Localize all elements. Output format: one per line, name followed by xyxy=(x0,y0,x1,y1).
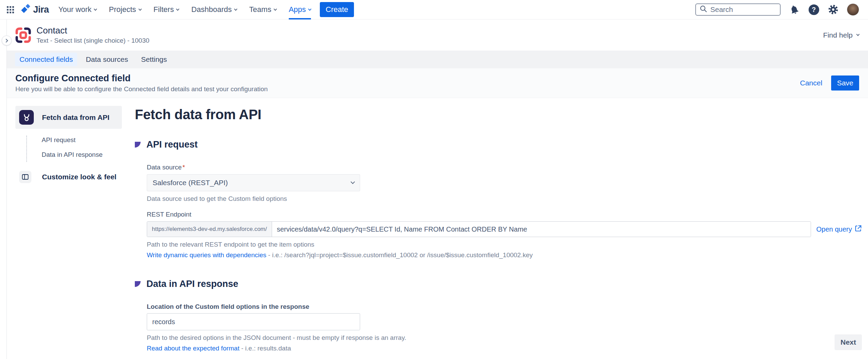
expected-format-link[interactable]: Read about the expected format xyxy=(147,345,239,352)
step-customize-label: Customize look & feel xyxy=(42,173,116,181)
expected-format-example: - i.e.: results.data xyxy=(239,345,291,352)
options-location-help: Path to the desired options in the JSON … xyxy=(147,334,862,342)
nav-item-apps[interactable]: Apps xyxy=(289,0,311,19)
layout-panel-icon xyxy=(19,171,31,183)
step-fetch-data[interactable]: Fetch data from API xyxy=(15,106,122,129)
chevron-down-icon xyxy=(138,7,142,11)
open-query-link[interactable]: Open query xyxy=(816,225,862,234)
tab-bar: Connected fields Data sources Settings xyxy=(7,51,868,68)
substep-api-request[interactable]: API request xyxy=(42,136,122,144)
page-title: Fetch data from API xyxy=(135,107,862,122)
substep-data-in-response[interactable]: Data in API response xyxy=(42,151,122,158)
chevron-down-icon xyxy=(94,7,97,11)
step-customize[interactable]: Customize look & feel xyxy=(15,171,122,183)
nav-item-dashboards[interactable]: Dashboards xyxy=(191,0,237,19)
tab-data-sources[interactable]: Data sources xyxy=(81,53,132,66)
options-location-input[interactable] xyxy=(147,314,360,330)
rest-endpoint-label: REST Endpoint xyxy=(147,211,862,218)
primary-nav: Your work Projects Filters Dashboards Te… xyxy=(58,0,311,19)
options-location-label: Location of the Custom field options in … xyxy=(147,303,862,310)
nav-item-projects[interactable]: Projects xyxy=(109,0,141,19)
nav-right-cluster: ? xyxy=(695,3,859,16)
section-api-response-title: Data in API response xyxy=(146,279,238,289)
field-header: Contact Text - Select list (single choic… xyxy=(7,19,868,51)
section-api-request: API request xyxy=(135,139,862,150)
required-asterisk: * xyxy=(182,164,185,171)
configure-description: Here you will be able to configure the C… xyxy=(15,85,268,93)
section-api-request-title: API request xyxy=(146,139,198,150)
next-button[interactable]: Next xyxy=(835,334,862,350)
app-switcher-icon[interactable] xyxy=(7,6,14,13)
dynamic-queries-link[interactable]: Write dynamic queries with dependencies xyxy=(147,251,266,259)
help-icon[interactable]: ? xyxy=(808,4,820,15)
search-input[interactable] xyxy=(710,5,777,14)
notifications-bell-icon[interactable] xyxy=(788,4,800,15)
tab-settings[interactable]: Settings xyxy=(137,53,171,66)
dynamic-queries-example: - i.e.: /search?jql=project=$issue.custo… xyxy=(266,251,533,259)
user-avatar[interactable] xyxy=(847,3,859,16)
chevron-down-icon xyxy=(308,7,312,11)
step-fetch-label: Fetch data from API xyxy=(42,113,110,122)
chevron-right-icon xyxy=(4,39,8,42)
section-bullet-icon xyxy=(135,142,141,148)
field-subtitle: Text - Select list (single choice) - 100… xyxy=(37,37,150,44)
data-source-selected-value: Salesforce (REST_API) xyxy=(153,179,228,187)
expand-sidebar-button[interactable] xyxy=(2,36,12,45)
rest-endpoint-help: Path to the relevant REST endpoint to ge… xyxy=(147,241,862,248)
fetch-api-icon xyxy=(19,110,34,125)
external-link-icon xyxy=(855,225,862,234)
main-panel: Fetch data from API API request Data sou… xyxy=(135,98,862,352)
save-button[interactable]: Save xyxy=(831,75,859,91)
data-source-label: Data source* xyxy=(147,164,862,171)
nav-item-teams[interactable]: Teams xyxy=(249,0,276,19)
chevron-down-icon xyxy=(856,33,860,36)
nav-item-filters[interactable]: Filters xyxy=(154,0,179,19)
settings-gear-icon[interactable] xyxy=(827,4,839,15)
chevron-down-icon xyxy=(234,7,238,11)
section-api-response: Data in API response xyxy=(135,279,862,289)
data-source-select[interactable]: Salesforce (REST_API) xyxy=(147,174,360,191)
field-title: Contact xyxy=(37,26,150,36)
create-button[interactable]: Create xyxy=(320,2,354,17)
configure-header-bar: Configure Connected field Here you will … xyxy=(7,68,868,98)
expected-format-line: Read about the expected format - i.e.: r… xyxy=(147,345,862,352)
jira-logo-text: Jira xyxy=(33,4,49,15)
nav-item-your-work[interactable]: Your work xyxy=(58,0,97,19)
data-source-help: Data source used to get the Custom field… xyxy=(147,195,862,203)
substep-list: API request Data in API response xyxy=(26,136,122,162)
chevron-down-icon xyxy=(176,7,180,11)
top-navigation: Jira Your work Projects Filters Dashboar… xyxy=(0,0,868,19)
rest-endpoint-input-group: https://elements3-dev-ed.my.salesforce.c… xyxy=(147,221,811,237)
find-help-button[interactable]: Find help xyxy=(823,31,859,39)
jira-logo[interactable]: Jira xyxy=(20,4,49,15)
rest-endpoint-input[interactable] xyxy=(272,222,811,237)
configure-content: Fetch data from API API request Data in … xyxy=(7,98,868,359)
chevron-down-icon xyxy=(273,7,277,11)
endpoint-base-url: https://elements3-dev-ed.my.salesforce.c… xyxy=(147,222,272,237)
elements-connect-app-icon xyxy=(15,27,31,43)
options-location-field xyxy=(147,313,360,330)
tab-connected-fields[interactable]: Connected fields xyxy=(15,53,77,66)
search-icon xyxy=(699,5,708,14)
cancel-button[interactable]: Cancel xyxy=(800,79,822,87)
dynamic-queries-line: Write dynamic queries with dependencies … xyxy=(147,251,862,259)
section-bullet-icon xyxy=(135,281,141,287)
global-search[interactable] xyxy=(695,3,781,16)
app-window: Jira Your work Projects Filters Dashboar… xyxy=(0,0,868,359)
steps-sidebar: Fetch data from API API request Data in … xyxy=(15,106,122,183)
configure-title: Configure Connected field xyxy=(15,73,268,84)
chevron-down-icon xyxy=(351,180,355,184)
jira-logo-icon xyxy=(20,4,30,15)
